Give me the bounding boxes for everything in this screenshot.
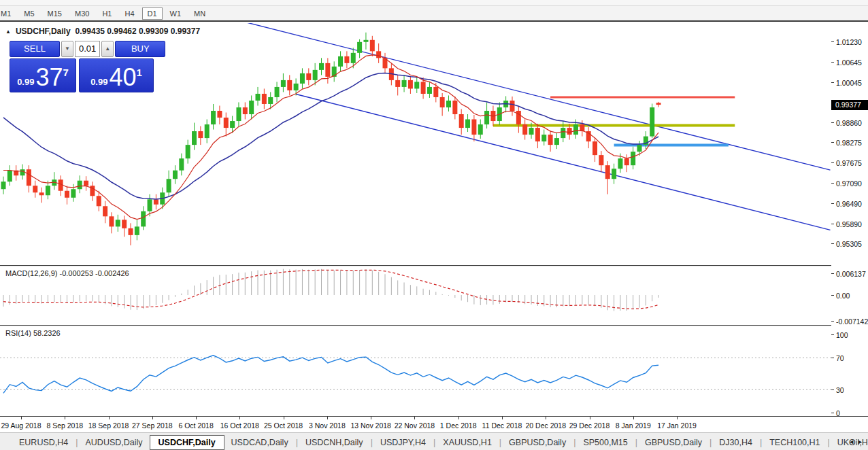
chart-tab-usdchf-daily[interactable]: USDCHF,Daily xyxy=(150,435,224,450)
chart-tab-xauusd-h1[interactable]: XAUUSD,H1 xyxy=(436,435,499,450)
chart-tab-gbpusd-daily[interactable]: GBPUSD,Daily xyxy=(638,435,709,450)
timeframe-button-d1[interactable]: D1 xyxy=(142,7,163,20)
candle-body xyxy=(376,51,381,58)
chart-tab-usdcnh-daily[interactable]: USDCNH,Daily xyxy=(299,435,370,450)
timeframe-button-m30[interactable]: M30 xyxy=(69,7,95,20)
candle-body xyxy=(541,135,546,141)
price-axis[interactable]: 1.012301.006451.000450.994600.988600.982… xyxy=(831,23,868,416)
candle-body xyxy=(7,171,12,182)
collapse-icon[interactable]: ▲ xyxy=(5,29,11,35)
timeframe-toolbar: M1M5M15M30H1H4D1W1MN xyxy=(0,6,868,20)
buy-price-big: 40 xyxy=(109,66,136,89)
candle-body xyxy=(129,228,133,235)
chart-tab-bar: EURUSD,H4|AUDUSD,DailyUSDCHF,DailyUSDCAD… xyxy=(0,432,868,450)
candle-body xyxy=(71,189,76,198)
candle-body xyxy=(27,169,31,186)
rsi-pane: RSI(14) 58.2326 xyxy=(0,326,868,416)
timeframe-button-m5[interactable]: M5 xyxy=(18,7,39,20)
chart-tab-usdjpy-h4[interactable]: USDJPY,H4 xyxy=(373,435,433,450)
candle-body xyxy=(20,169,25,175)
price-axis-label: 1.00645 xyxy=(836,58,862,67)
candle-body xyxy=(471,120,476,135)
symbol-period-label: USDCHF,Daily xyxy=(16,27,71,36)
timeframe-button-h1[interactable]: H1 xyxy=(97,7,117,20)
chart-tab-dj30-h4[interactable]: DJ30,H4 xyxy=(712,435,759,450)
volume-decrease-button[interactable]: ▼ xyxy=(61,41,73,57)
sell-button[interactable]: SELL xyxy=(10,41,60,57)
axis-tick xyxy=(831,358,834,358)
current-price-tag: 0.99377 xyxy=(831,100,868,110)
timeframe-button-h4[interactable]: H4 xyxy=(119,7,139,20)
candle-body xyxy=(230,121,235,128)
chart-tab-sp500-m15[interactable]: SP500,M15 xyxy=(576,435,634,450)
date-axis-label: 25 Oct 2018 xyxy=(264,421,303,430)
timeframe-button-mn[interactable]: MN xyxy=(188,7,211,20)
candle-body xyxy=(205,124,210,138)
date-tick xyxy=(677,417,678,419)
rsi-line xyxy=(3,356,658,394)
chart-tab-audusd-daily[interactable]: AUDUSD,Daily xyxy=(79,435,150,450)
macd-axis-label: 0.00 xyxy=(836,292,850,300)
candle-body xyxy=(148,199,152,211)
candle-body xyxy=(421,82,426,94)
date-tick xyxy=(327,417,328,419)
candle-body xyxy=(173,171,178,179)
axis-tick xyxy=(831,41,834,42)
price-pane: ▲ USDCHF,Daily 0.99435 0.99462 0.99309 0… xyxy=(0,23,868,265)
sell-price-quote[interactable]: 0.99 37 7 xyxy=(10,58,76,92)
chart-tab-usdcad-daily[interactable]: USDCAD,Daily xyxy=(224,435,295,450)
volume-input[interactable]: 0.01 xyxy=(75,41,100,57)
axis-tick xyxy=(831,122,834,123)
date-tick xyxy=(633,417,634,419)
chart-header: ▲ USDCHF,Daily 0.99435 0.99462 0.99309 0… xyxy=(5,27,200,36)
rsi-axis-label: 30 xyxy=(836,386,844,394)
date-tick xyxy=(458,417,459,419)
axis-tick xyxy=(831,224,834,224)
tab-scroll-right-icon[interactable]: ► xyxy=(857,438,866,445)
candle-body xyxy=(33,186,37,192)
chart-tab-tech100-h1[interactable]: TECH100,H1 xyxy=(763,435,827,450)
price-axis-label: 0.97675 xyxy=(836,159,862,167)
candle-body xyxy=(478,124,483,135)
candle-body xyxy=(46,186,50,195)
price-axis-label: 0.97090 xyxy=(836,179,862,188)
chart-tab-gbpusd-daily[interactable]: GBPUSD,Daily xyxy=(502,435,573,450)
candle-body xyxy=(313,70,318,80)
candle-body xyxy=(217,111,222,118)
rsi-label: RSI(14) 58.2326 xyxy=(5,329,61,337)
date-axis[interactable]: 29 Aug 20188 Sep 201818 Sep 201827 Sep 2… xyxy=(0,417,868,433)
chart-window: ▲ USDCHF,Daily 0.99435 0.99462 0.99309 0… xyxy=(0,20,868,450)
candle-body xyxy=(65,191,69,198)
chart-tab-eurusd-h4[interactable]: EURUSD,H4 xyxy=(12,435,75,450)
timeframe-button-w1[interactable]: W1 xyxy=(165,7,187,20)
candle-body xyxy=(522,124,527,135)
timeframe-button-m1[interactable]: M1 xyxy=(0,7,16,20)
volume-increase-button[interactable]: ▲ xyxy=(101,41,114,57)
candle-body xyxy=(402,80,407,87)
trendline-channel-upper[interactable] xyxy=(233,23,831,170)
axis-tick xyxy=(831,273,834,274)
tab-scroll-left-icon[interactable]: ◄ xyxy=(848,438,857,445)
rsi-canvas[interactable] xyxy=(0,326,832,416)
date-tick xyxy=(502,417,503,419)
candle-body xyxy=(580,124,584,131)
trendline-channel-lower[interactable] xyxy=(296,94,830,230)
macd-pane: MACD(12,26,9) -0.000253 -0.002426 xyxy=(0,266,868,325)
candle-body xyxy=(122,220,127,228)
buy-price-quote[interactable]: 0.99 40 1 xyxy=(79,58,154,92)
candle-body xyxy=(135,226,139,235)
candle-body xyxy=(395,80,400,87)
candle-body xyxy=(363,40,368,42)
buy-button[interactable]: BUY xyxy=(115,41,165,57)
candle-body xyxy=(306,73,311,80)
axis-tick xyxy=(831,413,834,413)
date-axis-label: 17 Jan 2019 xyxy=(657,421,697,430)
candle-body xyxy=(446,101,451,107)
candle-body xyxy=(370,40,375,52)
date-axis-label: 22 Nov 2018 xyxy=(395,421,435,430)
date-tick xyxy=(414,417,415,419)
candle-body xyxy=(186,145,190,158)
sell-price-pip: 7 xyxy=(63,59,69,86)
timeframe-button-m15[interactable]: M15 xyxy=(42,7,67,20)
date-axis-label: 29 Dec 2018 xyxy=(569,421,610,430)
